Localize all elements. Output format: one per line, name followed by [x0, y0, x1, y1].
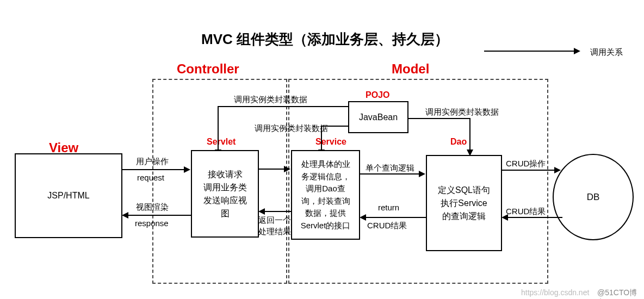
arrow-crudResultL-label: CRUD结果: [367, 220, 407, 231]
arrow-response-head: [122, 212, 128, 219]
arrow-encapL-v: [218, 106, 219, 149]
arrow-singleQuery-label: 单个查询逻辑: [366, 162, 414, 173]
box-dao: 定义SQL语句 执行Service 的查询逻辑: [426, 155, 502, 251]
arrow-dao-service: [366, 217, 426, 218]
box-javabean: JavaBean: [348, 101, 408, 133]
diagram-canvas: MVC 组件类型（添加业务层、持久层） 调用关系 View Controller…: [0, 0, 644, 299]
arrow-request-label: request: [137, 172, 164, 183]
arrow-return-label: return: [378, 202, 399, 213]
arrow-encapL-h: [218, 106, 348, 107]
arrow-response: [128, 215, 191, 216]
watermark-right: @51CTO博客: [597, 288, 644, 299]
legend-arrow-head: [574, 48, 580, 54]
arrow-returnResult-label: 返回一个 处理结果: [258, 214, 291, 237]
arrow-crudOp-label: CRUD操作: [506, 158, 546, 169]
arrow-crudOp-head: [554, 167, 561, 173]
arrow-request-head: [184, 166, 190, 173]
arrow-encapR-h: [408, 118, 470, 119]
arrow-service-servlet: [265, 211, 291, 212]
arrow-singleQuery-head: [419, 171, 425, 177]
arrow-crudOp: [501, 170, 555, 171]
label-controller: Controller: [177, 61, 239, 77]
arrow-viewRender-label: 视图渲染: [136, 201, 169, 213]
arrow-userAction-label: 用户操作: [136, 155, 169, 167]
arrow-servlet-service-head: [284, 166, 290, 172]
box-service: 处理具体的业 务逻辑信息， 调用Dao查 询，封装查询 数据，提供 Servle…: [291, 150, 360, 240]
arrow-crudResultR: [508, 217, 562, 218]
arrow-servlet-service: [258, 169, 285, 170]
legend-label: 调用关系: [590, 46, 623, 58]
db-ellipse: DB: [553, 154, 634, 240]
diagram-title: MVC 组件类型（添加业务层、持久层）: [201, 30, 449, 49]
legend-arrow-line: [484, 51, 574, 52]
arrow-encapL-label: 调用实例类封装数据: [234, 94, 307, 105]
arrow-dao-service-head: [360, 214, 366, 221]
arrow-request: [121, 169, 184, 170]
arrow-response-label: response: [135, 217, 169, 229]
arrow-singleQuery: [359, 173, 419, 175]
arrow-encapR-v: [469, 118, 470, 149]
arrow-encapR-label: 调用实例类封装数据: [425, 106, 499, 117]
label-model: Model: [392, 61, 429, 77]
arrow-crudResultR-label: CRUD结果: [506, 205, 546, 217]
box-jsp: JSP/HTML: [15, 153, 122, 238]
watermark-left: https://blog.csdn.net: [521, 288, 589, 297]
arrow-encapS-label: 调用实例类封装数据: [255, 122, 328, 134]
box-servlet: 接收请求 调用业务类 发送响应视 图: [191, 150, 259, 238]
